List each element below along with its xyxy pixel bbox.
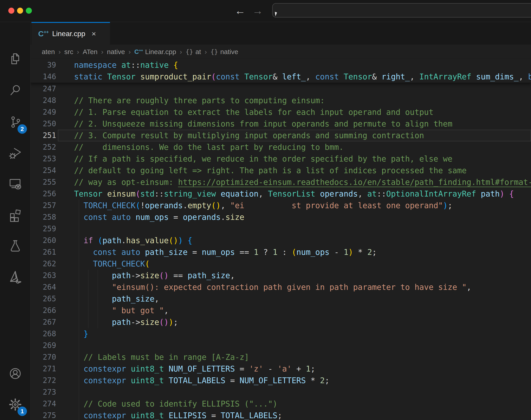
indent-guide	[79, 328, 79, 340]
breadcrumb-item-native[interactable]: native	[107, 48, 125, 56]
code-line[interactable]: 267 path->size());	[30, 316, 531, 328]
code-line[interactable]: 247	[30, 83, 531, 95]
title-bar: ← →	[0, 0, 531, 22]
account-icon	[8, 367, 22, 380]
code-text: if (path.has_value()) {	[56, 235, 531, 246]
indent-guide	[88, 305, 89, 316]
activity-settings-gear-icon[interactable]: 1	[0, 392, 30, 417]
activity-extensions-icon[interactable]	[0, 203, 30, 227]
code-line[interactable]: 250// 2. Unsqueeze missing dimensions fr…	[30, 118, 531, 130]
line-number: 268	[30, 328, 56, 340]
indent-guide	[98, 293, 98, 305]
testing-icon	[8, 239, 22, 253]
code-text: // Code used to identify ELLIPSIS ("..."…	[56, 398, 531, 410]
code-line[interactable]: 248// There are roughly three parts to c…	[30, 95, 531, 106]
indent-guide	[79, 258, 79, 270]
breadcrumb-label: Linear.cpp	[145, 48, 176, 56]
code-text	[56, 83, 531, 95]
line-number: 273	[30, 386, 56, 398]
code-line[interactable]: 252// dimensions. We do the last part by…	[30, 141, 531, 153]
activity-run-debug-icon[interactable]	[0, 141, 30, 165]
code-text: // There are roughly three parts to comp…	[56, 95, 531, 106]
code-line[interactable]: 256Tensor einsum(std::string_view equati…	[30, 188, 531, 200]
code-line[interactable]: 268 }	[30, 328, 531, 340]
code-line[interactable]: 39namespace at::native {	[30, 59, 531, 71]
indent-guide	[98, 316, 98, 328]
line-number: 269	[30, 340, 56, 351]
code-line[interactable]: 251// 3. Compute result by multiplying i…	[30, 130, 531, 141]
code-text: const auto num_ops = operands.size	[56, 211, 531, 223]
breadcrumb-item-linear-cpp[interactable]: C++Linear.cpp	[135, 48, 176, 56]
code-line[interactable]: 255// way as opt-einsum: https://optimiz…	[30, 176, 531, 188]
code-text: TORCH_CHECK(!operands.empty(), "einsum()…	[56, 200, 531, 211]
breadcrumb-separator-icon: ›	[101, 48, 104, 56]
activity-source-control-icon[interactable]: 2	[0, 110, 30, 135]
activity-testing-icon[interactable]	[0, 234, 30, 258]
badge: 2	[17, 124, 27, 134]
code-line[interactable]: 259	[30, 223, 531, 235]
remote-explorer-icon	[8, 177, 22, 191]
indent-guide	[79, 340, 79, 351]
close-window-button[interactable]	[8, 8, 14, 14]
breadcrumb-label: at	[196, 48, 201, 56]
indent-guide	[79, 235, 79, 246]
code-line[interactable]: 265 path_size,	[30, 293, 531, 305]
breadcrumb-item-native[interactable]: {}native	[211, 48, 238, 56]
code-line[interactable]: 274 // Code used to identify ELLIPSIS ("…	[30, 398, 531, 410]
code-line[interactable]: 271 constexpr uint8_t NUM_OF_LETTERS = '…	[30, 363, 531, 375]
code-line[interactable]: 262 TORCH_CHECK(	[30, 258, 531, 270]
indent-guide	[79, 293, 79, 305]
activity-remote-explorer-icon[interactable]	[0, 172, 30, 196]
code-line[interactable]: 254// default to going left => right. Th…	[30, 165, 531, 176]
indent-guide	[98, 281, 98, 293]
code-line[interactable]: 275 constexpr uint8_t ELLIPSIS = TOTAL_L…	[30, 410, 531, 420]
breadcrumb-item-at[interactable]: {}at	[186, 48, 201, 56]
line-number: 270	[30, 351, 56, 363]
activity-explorer-icon[interactable]	[0, 47, 30, 71]
code-line[interactable]: 269	[30, 340, 531, 351]
code-text: // Labels must be in range [A-Za-z]	[56, 351, 531, 363]
tab-linear-cpp[interactable]: C++ Linear.cpp ×	[31, 22, 110, 45]
line-number: 248	[30, 95, 56, 106]
symbol-namespace-icon: {}	[211, 48, 218, 56]
code-line[interactable]: 258 const auto num_ops = operands.size	[30, 211, 531, 223]
code-line[interactable]: 273	[30, 386, 531, 398]
code-text: // 2. Unsqueeze missing dimensions from …	[56, 118, 531, 130]
code-line[interactable]: 257 TORCH_CHECK(!operands.empty(), "eins…	[30, 200, 531, 211]
editor-area[interactable]: aten›src›ATen›native›C++Linear.cpp›{}at›…	[30, 45, 531, 420]
code-line[interactable]: 249// 1. Parse equation to extract the l…	[30, 106, 531, 118]
activity-account-icon[interactable]	[0, 361, 30, 386]
code-line[interactable]: 272 constexpr uint8_t TOTAL_LABELS = NUM…	[30, 375, 531, 386]
minimize-window-button[interactable]	[17, 8, 23, 14]
cpp-file-icon: C++	[38, 30, 48, 38]
activity-search-icon[interactable]	[0, 78, 30, 102]
code-text	[56, 340, 531, 351]
code-line[interactable]: 270 // Labels must be in range [A-Za-z]	[30, 351, 531, 363]
breadcrumb-label: aten	[42, 48, 55, 56]
code-line[interactable]: 253// If a path is specified, we reduce …	[30, 153, 531, 165]
code-line[interactable]: 260 if (path.has_value()) {	[30, 235, 531, 246]
code-line[interactable]: 146static Tensor sumproduct_pair(const T…	[30, 71, 531, 83]
breadcrumb-item-aten[interactable]: ATen	[83, 48, 97, 56]
code-line[interactable]: 261 const auto path_size = num_ops == 1 …	[30, 246, 531, 258]
command-center-search-input[interactable]	[272, 3, 531, 17]
code-line[interactable]: 263 path->size() == path_size,	[30, 270, 531, 281]
navigate-forward-icon[interactable]: →	[251, 4, 264, 17]
code-text: static Tensor sumproduct_pair(const Tens…	[56, 71, 531, 83]
indent-guide	[79, 211, 79, 223]
navigate-back-icon[interactable]: ←	[233, 4, 247, 17]
line-number: 262	[30, 258, 56, 270]
activity-cmake-icon[interactable]	[0, 264, 30, 289]
code-line[interactable]: 264 "einsum(): expected contraction path…	[30, 281, 531, 293]
code-text	[56, 386, 531, 398]
indent-guide	[79, 363, 79, 375]
close-tab-icon[interactable]: ×	[91, 30, 96, 38]
tab-bar: C++ Linear.cpp ×	[30, 22, 531, 45]
breadcrumb-item-src[interactable]: src	[64, 48, 73, 56]
code-text: const auto path_size = num_ops == 1 ? 1 …	[56, 246, 531, 258]
zoom-window-button[interactable]	[26, 8, 32, 14]
indent-guide	[79, 316, 79, 328]
breadcrumb-item-aten[interactable]: aten	[42, 48, 55, 56]
code-line[interactable]: 266 " but got ",	[30, 305, 531, 316]
line-number: 247	[30, 83, 56, 95]
